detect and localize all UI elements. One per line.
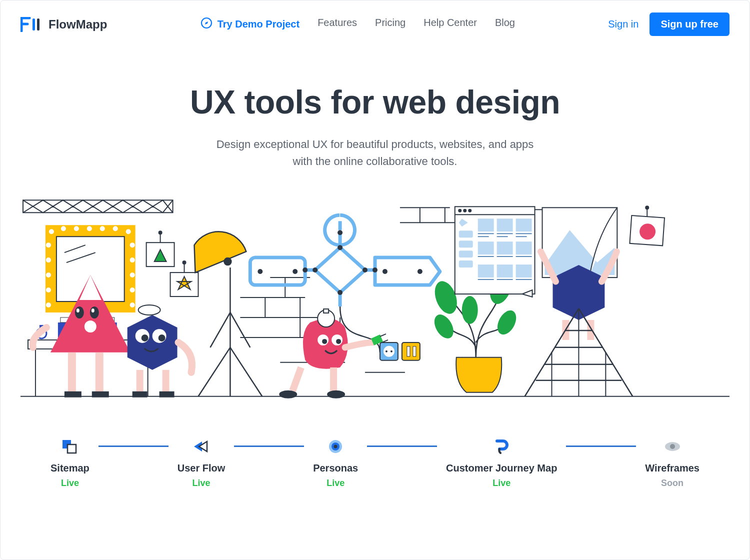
nav-demo-label: Try Demo Project <box>218 18 300 30</box>
feature-cjm[interactable]: Customer Journey Map Live <box>446 438 557 488</box>
feature-sitemap[interactable]: Sitemap Live <box>50 438 90 488</box>
svg-rect-62 <box>162 370 170 392</box>
sitemap-icon <box>50 438 90 456</box>
svg-point-13 <box>113 226 118 231</box>
svg-point-59 <box>158 334 166 342</box>
svg-line-68 <box>210 312 230 348</box>
svg-line-67 <box>230 348 262 396</box>
auth-actions: Sign in Sign up free <box>608 12 730 36</box>
header: FlowMapp Try Demo Project Features Prici… <box>20 0 730 48</box>
nav-pricing[interactable]: Pricing <box>375 17 406 32</box>
nav-demo[interactable]: Try Demo Project <box>200 17 300 32</box>
svg-rect-53 <box>64 392 82 398</box>
svg-rect-102 <box>413 346 416 356</box>
svg-point-28 <box>159 231 162 234</box>
hero-subtitle: Design exceptional UX for beautiful prod… <box>20 136 730 170</box>
svg-rect-1 <box>37 18 40 30</box>
svg-rect-115 <box>459 240 473 248</box>
signup-button[interactable]: Sign up free <box>650 12 730 36</box>
svg-point-8 <box>49 229 54 234</box>
svg-point-97 <box>384 346 394 357</box>
svg-rect-114 <box>459 230 473 238</box>
svg-rect-100 <box>402 342 420 360</box>
feature-connector <box>234 446 304 447</box>
svg-point-23 <box>130 288 135 292</box>
feature-connector <box>98 446 168 447</box>
svg-point-79 <box>372 268 378 272</box>
userflow-icon <box>178 438 226 456</box>
feature-title: User Flow <box>178 462 226 474</box>
svg-point-106 <box>494 308 520 338</box>
logo[interactable]: FlowMapp <box>20 17 107 32</box>
svg-point-49 <box>92 308 94 312</box>
svg-point-70 <box>224 258 231 265</box>
svg-rect-52 <box>96 352 104 392</box>
feature-connector <box>367 446 437 447</box>
svg-point-10 <box>74 226 79 231</box>
svg-point-83 <box>418 269 422 274</box>
svg-point-22 <box>130 272 135 278</box>
svg-point-32 <box>183 261 186 264</box>
svg-point-15 <box>46 242 51 248</box>
svg-point-98 <box>386 350 388 352</box>
svg-rect-119 <box>497 218 513 232</box>
svg-point-48 <box>76 308 80 312</box>
main-nav: Try Demo Project Features Pricing Help C… <box>107 17 608 32</box>
compass-icon <box>200 17 212 32</box>
svg-rect-123 <box>516 242 532 254</box>
feature-userflow[interactable]: User Flow Live <box>178 438 226 488</box>
feature-wireframes[interactable]: Wireframes Soon <box>645 438 700 488</box>
wireframes-icon <box>645 438 700 456</box>
feature-status: Live <box>178 478 226 488</box>
feature-title: Personas <box>313 462 358 474</box>
logo-text: FlowMapp <box>48 18 107 32</box>
svg-point-111 <box>464 210 466 212</box>
svg-rect-120 <box>516 218 532 232</box>
svg-point-74 <box>338 245 342 250</box>
svg-rect-149 <box>68 444 76 453</box>
svg-rect-61 <box>136 370 144 392</box>
svg-point-73 <box>338 230 342 235</box>
svg-point-60 <box>138 305 160 315</box>
svg-point-77 <box>362 268 368 272</box>
feature-personas[interactable]: Personas Live <box>313 438 358 488</box>
svg-point-19 <box>46 302 51 308</box>
feature-status: Live <box>50 478 90 488</box>
svg-point-82 <box>382 269 388 274</box>
svg-line-90 <box>380 334 386 336</box>
svg-point-20 <box>130 242 135 248</box>
svg-rect-63 <box>132 392 148 398</box>
signin-link[interactable]: Sign in <box>608 18 638 30</box>
hero-illustration <box>20 198 730 402</box>
svg-line-66 <box>198 348 230 396</box>
svg-point-17 <box>46 272 51 278</box>
feature-row: Sitemap Live User Flow Live Personas Liv… <box>20 438 730 488</box>
logo-icon <box>20 17 44 32</box>
nav-blog[interactable]: Blog <box>495 17 515 32</box>
svg-rect-117 <box>459 260 473 268</box>
nav-features[interactable]: Features <box>318 17 357 32</box>
svg-point-11 <box>87 226 92 231</box>
feature-status: Live <box>313 478 358 488</box>
svg-point-14 <box>126 229 131 234</box>
svg-point-78 <box>302 268 308 272</box>
svg-point-75 <box>338 290 342 295</box>
svg-point-80 <box>258 269 262 274</box>
svg-point-95 <box>327 390 345 398</box>
svg-rect-85 <box>324 309 328 313</box>
svg-rect-124 <box>478 264 494 278</box>
svg-point-112 <box>468 210 471 212</box>
svg-point-12 <box>100 226 105 231</box>
svg-point-46 <box>75 306 84 318</box>
svg-point-18 <box>46 288 51 292</box>
svg-rect-54 <box>92 392 109 398</box>
svg-rect-126 <box>516 264 532 278</box>
hero: UX tools for web design Design exception… <box>20 48 730 170</box>
nav-help[interactable]: Help Center <box>424 17 477 32</box>
hero-title: UX tools for web design <box>20 83 730 121</box>
svg-point-21 <box>130 258 135 262</box>
svg-point-94 <box>279 390 297 398</box>
svg-point-81 <box>292 269 298 274</box>
svg-point-99 <box>390 350 392 352</box>
svg-point-107 <box>462 296 478 324</box>
